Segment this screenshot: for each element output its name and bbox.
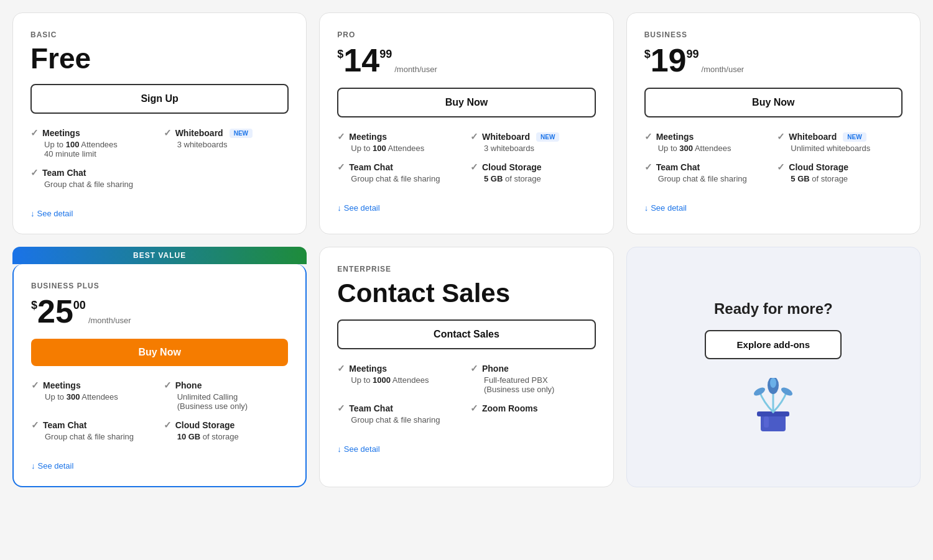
plan-price-business-plus: $ 25 00 /month/user bbox=[31, 295, 288, 328]
business-cta-button[interactable]: Buy Now bbox=[644, 88, 903, 117]
feature-desc: Up to 1000 Attendees bbox=[337, 375, 463, 385]
new-badge: NEW bbox=[536, 132, 559, 142]
plan-label-business: BUSINESS bbox=[644, 30, 903, 39]
check-icon: ✓ bbox=[470, 131, 478, 142]
price-dollar: $ bbox=[31, 299, 37, 312]
feature-name: Phone bbox=[175, 380, 202, 390]
feature-name: Phone bbox=[482, 364, 509, 374]
feature-name: Whiteboard bbox=[789, 132, 837, 142]
pro-feature-meetings: ✓ Meetings Up to 100 Attendees bbox=[337, 131, 463, 153]
feature-name: Team Chat bbox=[349, 403, 393, 413]
addon-cta-button[interactable]: Explore add-ons bbox=[705, 330, 842, 359]
pro-cta-button[interactable]: Buy Now bbox=[337, 88, 595, 117]
plan-price-basic: Free bbox=[30, 44, 289, 73]
feature-desc: Up to 300 Attendees bbox=[31, 392, 156, 402]
feature-desc: Group chat & file sharing bbox=[644, 174, 770, 183]
arrow-down-icon: ↓ bbox=[337, 203, 341, 213]
feature-name: Meetings bbox=[349, 132, 387, 142]
price-amount: 19 bbox=[651, 44, 687, 76]
feature-name: Meetings bbox=[349, 364, 387, 374]
price-dollar: $ bbox=[337, 48, 343, 61]
plan-label-business-plus: BUSINESS PLUS bbox=[31, 282, 288, 290]
feature-name: Meetings bbox=[42, 128, 80, 138]
pro-feature-cloudstorage: ✓ Cloud Storage 5 GB of storage bbox=[470, 162, 596, 183]
svg-point-6 bbox=[770, 378, 776, 388]
addon-illustration bbox=[742, 378, 804, 436]
feature-desc: 10 GB of storage bbox=[164, 432, 289, 441]
see-detail-link-enterprise[interactable]: ↓ See detail bbox=[337, 444, 379, 454]
feature-name: Cloud Storage bbox=[789, 162, 848, 172]
addon-card: Ready for more? Explore add-ons bbox=[626, 247, 921, 487]
check-icon: ✓ bbox=[337, 363, 345, 374]
check-icon: ✓ bbox=[470, 363, 478, 374]
check-icon: ✓ bbox=[337, 131, 345, 142]
see-detail-link-business-plus[interactable]: ↓ See detail bbox=[31, 461, 73, 470]
plan-price-pro: $ 14 99 /month/user bbox=[337, 44, 595, 76]
feature-desc: Unlimited Calling(Business use only) bbox=[164, 392, 289, 411]
basic-feature-whiteboard: ✓ Whiteboard NEW 3 whiteboards bbox=[164, 127, 289, 158]
feature-desc: Group chat & file sharing bbox=[337, 415, 463, 425]
plan-business: BUSINESS $ 19 99 /month/user Buy Now ✓ M… bbox=[626, 12, 921, 234]
arrow-down-icon: ↓ bbox=[644, 203, 649, 213]
pro-features: ✓ Meetings Up to 100 Attendees ✓ Whitebo… bbox=[337, 131, 595, 183]
price-cents: 99 bbox=[687, 48, 699, 61]
plan-enterprise: ENTERPRISE Contact Sales Contact Sales ✓… bbox=[319, 247, 613, 487]
feature-name: Meetings bbox=[656, 132, 694, 142]
check-icon: ✓ bbox=[337, 403, 345, 414]
feature-desc: 3 whiteboards bbox=[470, 144, 596, 153]
feature-desc: Group chat & file sharing bbox=[337, 174, 463, 183]
feature-desc: Up to 100 Attendees40 minute limit bbox=[30, 140, 156, 158]
svg-point-5 bbox=[780, 386, 794, 398]
arrow-down-icon: ↓ bbox=[337, 444, 341, 454]
check-icon: ✓ bbox=[31, 380, 39, 391]
price-period: /month/user bbox=[702, 65, 745, 76]
enterprise-features: ✓ Meetings Up to 1000 Attendees ✓ Phone … bbox=[337, 363, 595, 425]
feature-name: Team Chat bbox=[42, 168, 86, 178]
arrow-down-icon: ↓ bbox=[31, 461, 35, 470]
best-value-banner: BEST VALUE bbox=[12, 247, 307, 264]
business-plus-feature-phone: ✓ Phone Unlimited Calling(Business use o… bbox=[164, 380, 289, 411]
business-feature-teamchat: ✓ Team Chat Group chat & file sharing bbox=[644, 162, 770, 183]
price-amount: 14 bbox=[343, 44, 379, 76]
plan-label-enterprise: ENTERPRISE bbox=[337, 265, 595, 273]
feature-name: Whiteboard bbox=[482, 132, 530, 142]
feature-desc: 5 GB of storage bbox=[777, 174, 903, 183]
check-icon: ✓ bbox=[470, 162, 478, 173]
price-cents: 00 bbox=[73, 299, 86, 312]
feature-name: Cloud Storage bbox=[175, 420, 235, 430]
feature-name: Team Chat bbox=[43, 420, 87, 430]
new-badge: NEW bbox=[843, 132, 866, 142]
feature-name: Meetings bbox=[43, 380, 81, 390]
enterprise-cta-button[interactable]: Contact Sales bbox=[337, 319, 595, 349]
see-detail-link-pro[interactable]: ↓ See detail bbox=[337, 203, 379, 213]
enterprise-feature-meetings: ✓ Meetings Up to 1000 Attendees bbox=[337, 363, 463, 394]
check-icon: ✓ bbox=[470, 403, 478, 414]
svg-point-3 bbox=[753, 386, 766, 398]
plan-basic: BASIC Free Sign Up ✓ Meetings Up to 100 … bbox=[12, 12, 307, 234]
check-icon: ✓ bbox=[644, 131, 652, 142]
business-plus-cta-button[interactable]: Buy Now bbox=[31, 339, 288, 366]
basic-cta-button[interactable]: Sign Up bbox=[30, 84, 289, 114]
check-icon: ✓ bbox=[777, 162, 785, 173]
plan-label-basic: BASIC bbox=[30, 30, 289, 39]
business-plus-feature-meetings: ✓ Meetings Up to 300 Attendees bbox=[31, 380, 156, 411]
feature-name: Whiteboard bbox=[175, 128, 223, 138]
business-plus-features: ✓ Meetings Up to 300 Attendees ✓ Phone U… bbox=[31, 380, 288, 441]
plan-business-plus-wrapper: BEST VALUE BUSINESS PLUS $ 25 00 /month/… bbox=[12, 247, 307, 487]
enterprise-feature-phone: ✓ Phone Full-featured PBX(Business use o… bbox=[470, 363, 596, 394]
see-detail-link-basic[interactable]: ↓ See detail bbox=[30, 209, 73, 218]
price-dollar: $ bbox=[644, 48, 651, 61]
feature-desc: Group chat & file sharing bbox=[30, 180, 156, 189]
check-icon: ✓ bbox=[164, 380, 172, 391]
business-feature-whiteboard: ✓ Whiteboard NEW Unlimited whiteboards bbox=[777, 131, 903, 153]
feature-desc: Group chat & file sharing bbox=[31, 432, 156, 441]
feature-desc: Unlimited whiteboards bbox=[777, 144, 903, 153]
feature-desc: Full-featured PBX(Business use only) bbox=[470, 375, 596, 394]
check-icon: ✓ bbox=[31, 420, 39, 431]
price-cents: 99 bbox=[379, 48, 392, 61]
business-feature-cloudstorage: ✓ Cloud Storage 5 GB of storage bbox=[777, 162, 903, 183]
business-plus-feature-cloudstorage: ✓ Cloud Storage 10 GB of storage bbox=[164, 420, 289, 441]
basic-feature-meetings: ✓ Meetings Up to 100 Attendees40 minute … bbox=[30, 127, 156, 158]
arrow-down-icon: ↓ bbox=[30, 209, 35, 218]
see-detail-link-business[interactable]: ↓ See detail bbox=[644, 203, 687, 213]
